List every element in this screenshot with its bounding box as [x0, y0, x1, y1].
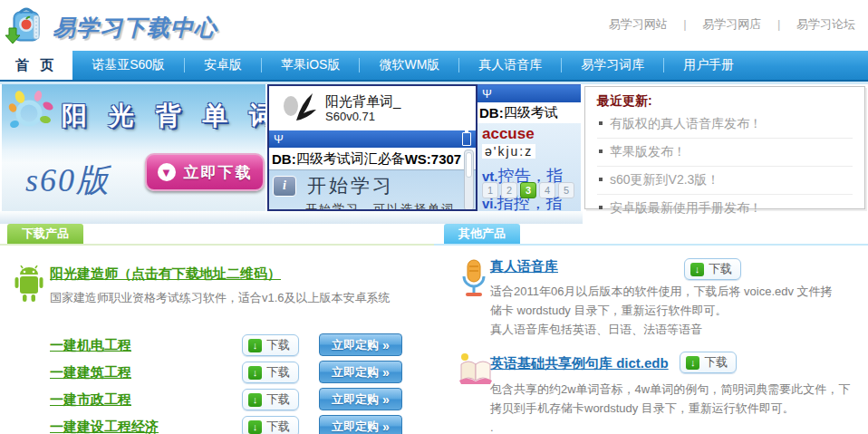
- download-button[interactable]: ↓下载: [242, 334, 299, 356]
- recent-updates-title: 最近更新:: [597, 93, 853, 110]
- nav-item-nokia-s60[interactable]: 诺基亚S60版: [72, 51, 184, 80]
- download-button[interactable]: ↓下载: [242, 362, 299, 383]
- order-now-button[interactable]: 立即定购»: [319, 333, 402, 356]
- download-button[interactable]: ↓下载: [680, 352, 737, 373]
- chevron-right-icon: »: [382, 338, 390, 352]
- page-dot-3-active[interactable]: 3: [520, 182, 536, 198]
- recent-updates-panel: 最近更新: 有版权的真人语音库发布！ 苹果版发布！ s60更新到V2.3版！ 安…: [584, 86, 865, 209]
- page-dot-1[interactable]: 1: [482, 182, 498, 198]
- menu-item-selected[interactable]: i 开始学习: [273, 173, 476, 198]
- top-links: 易学习网站 | 易学习网店 | 易学习论坛: [609, 16, 855, 33]
- chevron-right-icon: »: [382, 420, 390, 434]
- builder-app-link[interactable]: 阳光建造师（点击有下载地址二维码）: [50, 265, 281, 283]
- sentence-library-link[interactable]: 英语基础共享例句库 dict.edb: [490, 355, 669, 372]
- promo-banner[interactable]: 阳 光 背 单 词 s60版 ▼ 立即下载: [2, 84, 265, 211]
- scrollbar[interactable]: [464, 149, 474, 211]
- db-info-row: DB: 四级考试: [477, 102, 581, 123]
- antenna-icon: Ψ: [482, 88, 492, 100]
- item-voice-library: 真人语音库 ↓下载 适合2011年06月以后版本的软件使用，下载后将 voice…: [434, 258, 868, 339]
- status-bar: Ψ: [269, 130, 476, 148]
- status-bar: Ψ: [477, 85, 581, 102]
- app-name: 阳光背单词_: [325, 93, 400, 109]
- download-button[interactable]: ↓下载: [242, 416, 299, 434]
- order-now-button[interactable]: 立即定购»: [319, 388, 402, 410]
- link-forum[interactable]: 易学习论坛: [796, 17, 855, 31]
- menu-item-subtext: 开始学习，可以选择单词…: [305, 201, 476, 211]
- site-logo[interactable]: 易学习下载中心: [5, 5, 217, 50]
- nav-item-android[interactable]: 安卓版: [185, 51, 261, 80]
- microphone-icon: [458, 258, 490, 302]
- nav-item-word-library[interactable]: 易学习词库: [562, 51, 663, 80]
- bullet-icon: [599, 149, 603, 153]
- download-arrow-icon: ↓: [248, 366, 262, 380]
- page-header: 易学习下载中心 易学习网站 | 易学习网店 | 易学习论坛: [0, 0, 868, 51]
- order-now-button[interactable]: 立即定购»: [319, 361, 402, 383]
- main-nav: 首 页 诺基亚S60版 安卓版 苹果iOS版 微软WM版 真人语音库 易学习词库…: [0, 51, 868, 82]
- download-row-shizheng: 一建市政工程 ↓下载 立即定购»: [0, 387, 434, 414]
- nav-item-voice-library[interactable]: 真人语音库: [459, 51, 561, 80]
- banner-bottom-strip: [0, 211, 583, 224]
- info-icon: i: [273, 176, 296, 197]
- link-website[interactable]: 易学习网站: [609, 17, 668, 31]
- site-title: 易学习下载中心: [53, 13, 217, 43]
- screenshot1-header: 阳光背单词_ S60v0.71: [269, 86, 476, 130]
- download-button[interactable]: ↓下载: [242, 389, 299, 410]
- link-separator: |: [683, 17, 686, 31]
- banner-edition: s60版: [25, 159, 111, 203]
- page-dot-4[interactable]: 4: [539, 182, 555, 198]
- nav-item-ios[interactable]: 苹果iOS版: [262, 51, 359, 80]
- sentence-library-desc: 包含共享的约2w单词音标，4w单词的例句，简明词典需要此文件，下 拷贝到手机存储…: [490, 380, 868, 434]
- bullet-icon: [599, 178, 603, 181]
- link-jianzhu[interactable]: 一建建筑工程: [50, 364, 131, 381]
- page-dot-2[interactable]: 2: [501, 182, 517, 198]
- downloads-section-head: 下载产品: [0, 224, 434, 246]
- nav-item-wm[interactable]: 微软WM版: [360, 51, 458, 80]
- tab-others[interactable]: 其他产品: [444, 224, 520, 244]
- download-row-jidian: 一建机电工程 ↓下载 立即定购»: [0, 333, 434, 360]
- download-arrow-icon: ▼: [158, 163, 176, 181]
- tab-downloads[interactable]: 下载产品: [7, 224, 83, 244]
- app-logo-icon: [278, 90, 318, 128]
- app-menu: i 开始学习 开始学习，可以选择单词…: [269, 169, 476, 211]
- order-now-button[interactable]: 立即定购»: [319, 415, 402, 434]
- bullet-icon: [599, 121, 603, 125]
- link-jingji[interactable]: 一建建设工程经济: [50, 419, 159, 434]
- word-headword: accuse: [482, 125, 581, 143]
- others-section: 其他产品 真人语音库 ↓下载 适合2011年06月以后版本的软件使用，下载后将 …: [434, 224, 868, 434]
- product-header: 阳光建造师（点击有下载地址二维码） 国家建造师职业资格考试练习软件，适合v1.6…: [7, 265, 434, 316]
- link-shizheng[interactable]: 一建市政工程: [50, 391, 131, 409]
- update-item-apple[interactable]: 苹果版发布！: [597, 139, 853, 167]
- banner-title: 阳 光 背 单 词: [62, 99, 265, 133]
- downloads-section: 下载产品 阳光建造师（点击有下载地址二维码） 国家建造师职业资格考试练习软件，适…: [0, 224, 434, 434]
- link-separator: |: [777, 17, 780, 31]
- link-store[interactable]: 易学习网店: [702, 17, 761, 31]
- open-book-icon: [458, 352, 494, 390]
- sun-flower-icon: [5, 90, 56, 140]
- screenshot-word-card: Ψ DB: 四级考试 accuse ə'kju:z vt.控告，指 vi.指控，…: [477, 84, 581, 212]
- android-robot-icon: [9, 265, 47, 311]
- banner-download-button[interactable]: ▼ 立即下载: [145, 153, 265, 191]
- word-card-body: accuse ə'kju:z vt.控告，指 vi.指控，指 1 2 3 4 5: [477, 123, 581, 212]
- download-arrow-icon: ↓: [248, 339, 262, 352]
- chevron-right-icon: »: [382, 392, 390, 407]
- antenna-icon: Ψ: [274, 133, 284, 145]
- db-info-row: DB: 四级考试词汇必备 WS:7307: [269, 148, 476, 169]
- download-button[interactable]: ↓下载: [684, 258, 741, 280]
- download-rows: 一建机电工程 ↓下载 立即定购» 一建建筑工程 ↓下载 立即定购» 一建市政工程…: [0, 333, 434, 434]
- screenshot-app-main: 阳光背单词_ S60v0.71 Ψ DB: 四级考试词汇必备 WS:7307 i…: [267, 84, 477, 211]
- update-item-manual[interactable]: 安卓版最新使用手册发布！: [597, 195, 853, 222]
- nav-item-manual[interactable]: 用户手册: [664, 51, 753, 80]
- update-item-s60[interactable]: s60更新到V2.3版！: [597, 167, 853, 195]
- app-version: S60v0.71: [325, 109, 400, 124]
- builder-app-desc: 国家建造师职业资格考试练习软件，适合v1.6及以上版本安卓系统: [50, 290, 434, 306]
- voice-library-link[interactable]: 真人语音库: [490, 258, 558, 275]
- page-dot-5[interactable]: 5: [558, 182, 574, 198]
- nav-item-home[interactable]: 首 页: [0, 51, 72, 80]
- download-arrow-icon: ↓: [690, 263, 704, 276]
- update-item-voice[interactable]: 有版权的真人语音库发布！: [597, 111, 853, 139]
- others-section-head: 其他产品: [434, 224, 868, 246]
- link-jidian[interactable]: 一建机电工程: [50, 337, 131, 354]
- word-phonetic: ə'kju:z: [482, 144, 535, 159]
- chevron-right-icon: »: [382, 365, 390, 380]
- download-arrow-icon: ↓: [248, 393, 262, 407]
